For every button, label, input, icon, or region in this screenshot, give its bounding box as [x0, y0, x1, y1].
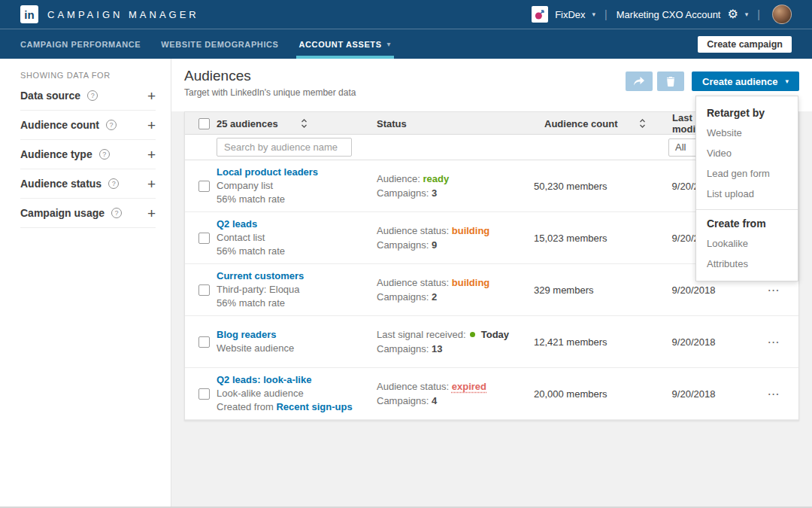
- org-name[interactable]: FixDex: [555, 9, 585, 20]
- audience-name-link[interactable]: Q2 leads: [217, 217, 371, 231]
- row-checkbox[interactable]: [198, 388, 210, 400]
- sort-icon[interactable]: [639, 119, 646, 128]
- share-icon: [633, 76, 645, 87]
- campaigns-count: 3: [432, 187, 437, 199]
- match-rate-text: 56% match rate: [217, 193, 371, 206]
- menu-item[interactable]: Video: [696, 143, 798, 163]
- plus-icon[interactable]: +: [147, 206, 156, 221]
- row-checkbox[interactable]: [198, 336, 210, 348]
- ellipsis-icon[interactable]: ⋯: [734, 387, 798, 401]
- tab-account-assets[interactable]: ACCOUNT ASSETS ▾: [299, 29, 392, 59]
- question-icon[interactable]: ?: [99, 149, 110, 160]
- sidebar-filter-item[interactable]: Data source ? +: [20, 81, 156, 111]
- row-checkbox[interactable]: [198, 284, 210, 296]
- created-from-prefix: Created from: [217, 401, 276, 412]
- status-value: ready: [423, 173, 449, 184]
- ellipsis-icon[interactable]: ⋯: [734, 283, 798, 297]
- campaigns-label: Campaigns:: [377, 343, 429, 354]
- sidebar-filter-item[interactable]: Audience status ? +: [20, 169, 156, 199]
- menu-item[interactable]: Lookalike: [696, 233, 798, 254]
- fixdex-logo-icon: [532, 6, 548, 23]
- question-icon[interactable]: ?: [108, 178, 119, 189]
- delete-button[interactable]: [657, 71, 684, 91]
- audience-name-link[interactable]: Local product leaders: [217, 166, 371, 179]
- campaigns-label: Campaigns:: [377, 187, 429, 199]
- app-title: CAMPAIGN MANAGER: [47, 9, 199, 20]
- account-name[interactable]: Marketing CXO Account: [617, 9, 721, 20]
- member-count: 329 members: [529, 284, 653, 296]
- sidebar-filter-item[interactable]: Audience count ? +: [20, 111, 156, 140]
- filter-label: Audience count: [20, 119, 99, 131]
- org-caret-down-icon[interactable]: ▾: [592, 11, 596, 18]
- campaigns-count: 9: [432, 239, 437, 251]
- status-column-header: Status: [377, 118, 529, 129]
- question-icon[interactable]: ?: [111, 208, 122, 218]
- audience-name-link[interactable]: Q2 leads: look-a-like: [217, 373, 371, 387]
- audience-type-text: Look-alike audience: [217, 387, 371, 400]
- audience-type-text: Website audience: [217, 342, 371, 355]
- create-audience-button[interactable]: Create audience ▾: [692, 71, 799, 91]
- tab-website-demographics[interactable]: WEBSITE DEMOGRAPHICS: [161, 29, 278, 59]
- create-campaign-button[interactable]: Create campaign: [698, 36, 792, 53]
- campaigns-label: Campaigns:: [377, 239, 429, 251]
- filter-label: Audience type: [20, 148, 92, 160]
- chevron-down-icon: ▾: [785, 78, 789, 85]
- search-input[interactable]: [217, 138, 352, 157]
- menu-item[interactable]: List upload: [696, 184, 798, 204]
- filter-label: Data source: [20, 90, 80, 102]
- source-audience-link[interactable]: Recent sign-ups: [276, 401, 352, 412]
- select-all-checkbox[interactable]: [198, 118, 210, 129]
- top-right-controls: FixDex ▾ | Marketing CXO Account ⚙ ▾ |: [532, 5, 792, 24]
- topbar-divider: |: [602, 8, 610, 20]
- tab-label: WEBSITE DEMOGRAPHICS: [161, 40, 278, 49]
- audience-name-link[interactable]: Current customers: [217, 269, 371, 283]
- campaigns-label: Campaigns:: [377, 395, 429, 406]
- plus-icon[interactable]: +: [147, 89, 156, 103]
- member-count: 50,230 members: [529, 181, 653, 192]
- table-row: Q2 leads: look-a-like Look-alike audienc…: [185, 368, 798, 420]
- question-icon[interactable]: ?: [106, 120, 117, 130]
- match-rate-text: 56% match rate: [217, 245, 371, 258]
- filter-label: Audience status: [20, 178, 102, 190]
- menu-item[interactable]: Lead gen form: [696, 163, 798, 184]
- sidebar-filter-item[interactable]: Audience type ? +: [20, 140, 156, 169]
- row-checkbox[interactable]: [198, 233, 210, 244]
- nav-bar: CAMPAIGN PERFORMANCE WEBSITE DEMOGRAPHIC…: [0, 29, 812, 59]
- status-dot: [470, 332, 475, 337]
- main-content: Audiences Target with LinkedIn's unique …: [171, 59, 812, 508]
- question-icon[interactable]: ?: [87, 90, 98, 101]
- ellipsis-icon[interactable]: ⋯: [734, 335, 798, 349]
- member-count: 20,000 members: [529, 388, 653, 400]
- match-rate-text: 56% match rate: [217, 297, 371, 310]
- member-count: 15,023 members: [529, 233, 653, 244]
- menu-item[interactable]: Attributes: [696, 254, 798, 274]
- menu-section-header: Retarget by: [696, 100, 798, 123]
- last-modified-date: 9/20/2018: [653, 284, 734, 296]
- create-audience-label: Create audience: [702, 76, 777, 87]
- plus-icon[interactable]: +: [147, 177, 156, 191]
- status-filter-value: All: [675, 141, 686, 153]
- campaigns-count: 4: [432, 395, 437, 406]
- filters-sidebar: SHOWING DATA FOR Data source ? + Audienc…: [0, 59, 171, 508]
- audience-name-link[interactable]: Blog readers: [217, 328, 371, 342]
- share-button[interactable]: [626, 71, 653, 91]
- plus-icon[interactable]: +: [147, 148, 156, 162]
- sort-icon[interactable]: [301, 119, 308, 128]
- header-actions: Create audience ▾: [626, 71, 799, 91]
- user-avatar[interactable]: [772, 5, 792, 24]
- top-bar: in CAMPAIGN MANAGER FixDex ▾ | Marketing…: [0, 0, 812, 29]
- menu-item[interactable]: Website: [696, 123, 798, 143]
- sidebar-filter-item[interactable]: Campaign usage ? +: [20, 199, 156, 228]
- menu-section-header: Create from: [696, 211, 798, 233]
- plus-icon[interactable]: +: [147, 118, 156, 132]
- sidebar-heading: SHOWING DATA FOR: [20, 71, 171, 80]
- gear-icon[interactable]: ⚙: [727, 8, 738, 20]
- tab-campaign-performance[interactable]: CAMPAIGN PERFORMANCE: [20, 29, 141, 59]
- status-label: Audience status:: [377, 381, 449, 392]
- account-caret-down-icon[interactable]: ▾: [745, 11, 749, 18]
- status-label: Audience status:: [377, 225, 449, 236]
- status-value: building: [452, 277, 490, 288]
- campaigns-count: 13: [432, 343, 442, 354]
- created-from-text: Created from Recent sign-ups: [217, 400, 371, 414]
- row-checkbox[interactable]: [198, 181, 210, 192]
